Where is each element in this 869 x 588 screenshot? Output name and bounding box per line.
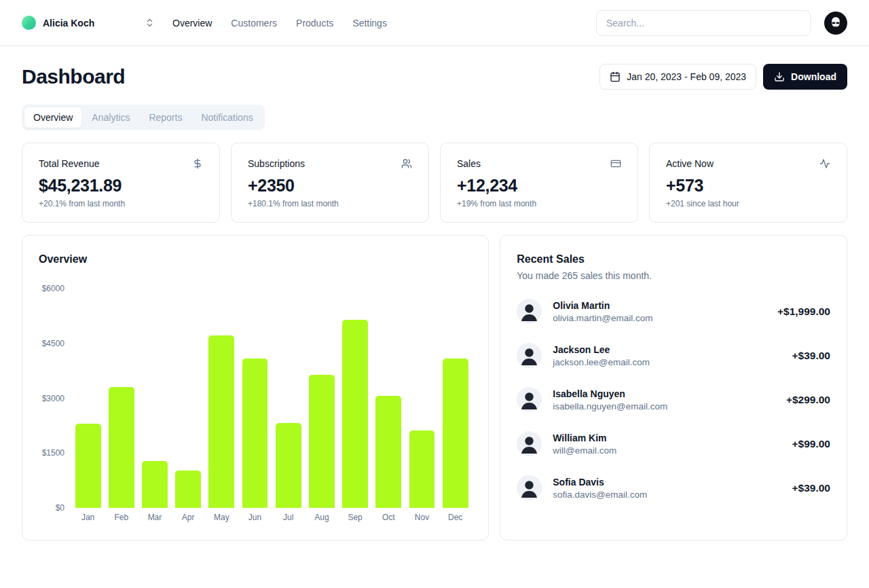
chart-bar — [409, 430, 435, 508]
nav-item-products[interactable]: Products — [296, 18, 333, 29]
main-nav: Overview Customers Products Settings — [172, 18, 387, 29]
customer-email: isabella.nguyen@email.com — [553, 401, 667, 411]
nav-item-customers[interactable]: Customers — [231, 18, 277, 29]
chart-plot: JanFebMarAprMayJunJulAugSepOctNovDec — [71, 289, 472, 522]
x-tick-label: Feb — [105, 513, 138, 522]
stat-value: +12,234 — [457, 176, 621, 196]
chart-bar-slot — [439, 289, 472, 508]
download-label: Download — [791, 71, 836, 82]
x-tick-label: Jun — [238, 513, 272, 522]
bar-chart: $0$1500$3000$4500$6000 JanFebMarAprMayJu… — [39, 289, 472, 522]
chart-bar-slot — [238, 289, 272, 508]
customer-email: olivia.martin@email.com — [553, 313, 652, 323]
chart-bar-slot — [305, 289, 338, 508]
recent-sales-title: Recent Sales — [517, 253, 830, 265]
stat-change: +201 since last hour — [666, 199, 830, 208]
recent-sales-subtitle: You made 265 sales this month. — [517, 270, 830, 281]
chart-bar — [142, 461, 168, 508]
nav-item-overview[interactable]: Overview — [172, 18, 212, 29]
sale-row: Jackson Lee jackson.lee@email.com +$39.0… — [517, 343, 830, 368]
stat-card-sales: Sales +12,234 +19% from last month — [440, 143, 638, 223]
x-tick-label: Oct — [372, 513, 405, 522]
tab-notifications[interactable]: Notifications — [192, 107, 261, 128]
stat-title: Subscriptions — [248, 158, 305, 169]
recent-sales-card: Recent Sales You made 265 sales this mon… — [500, 235, 847, 540]
customer-name: Olivia Martin — [553, 300, 652, 311]
stat-value: +573 — [666, 176, 830, 196]
stat-change: +20.1% from last month — [39, 199, 203, 208]
user-face-icon — [827, 14, 845, 32]
sale-row: Olivia Martin olivia.martin@email.com +$… — [517, 299, 830, 324]
sale-amount: +$1,999.00 — [777, 306, 830, 318]
customer-avatar — [517, 475, 542, 500]
stat-change: +180.1% from last month — [248, 199, 412, 208]
sale-row: Isabella Nguyen isabella.nguyen@email.co… — [517, 387, 830, 412]
team-switcher[interactable]: Alicia Koch — [22, 16, 155, 30]
x-tick-label: Apr — [172, 513, 205, 522]
x-tick-label: Jan — [71, 513, 105, 522]
chart-bar-slot — [105, 289, 138, 508]
y-tick-label: $3000 — [42, 394, 64, 403]
chart-bar — [276, 423, 301, 508]
x-tick-label: Aug — [305, 513, 338, 522]
page-title: Dashboard — [22, 65, 125, 88]
chart-bar-slot — [71, 289, 105, 508]
tab-reports[interactable]: Reports — [140, 107, 191, 128]
chart-y-axis: $0$1500$3000$4500$6000 — [39, 289, 71, 508]
chart-bar-slot — [272, 289, 305, 508]
user-avatar[interactable] — [824, 12, 847, 35]
chart-title: Overview — [39, 253, 472, 265]
stat-card-active-now: Active Now +573 +201 since last hour — [649, 143, 847, 223]
y-tick-label: $1500 — [42, 448, 64, 458]
person-icon — [517, 343, 542, 368]
tab-overview[interactable]: Overview — [24, 107, 81, 128]
search-input[interactable] — [596, 10, 811, 36]
dashboard-page: Dashboard Jan 20, 2023 - Feb 09, 2023 Do… — [0, 46, 869, 565]
customer-email: will@email.com — [553, 445, 616, 456]
sale-row: William Kim will@email.com +$99.00 — [517, 431, 830, 456]
stat-title: Active Now — [666, 158, 714, 169]
person-icon — [517, 299, 542, 324]
chart-bar-slot — [205, 289, 238, 508]
chart-bar-slot — [372, 289, 405, 508]
stat-card-total-revenue: Total Revenue $45,231.89 +20.1% from las… — [22, 143, 220, 223]
customer-name: Isabella Nguyen — [553, 388, 667, 399]
chart-bar-slot — [172, 289, 205, 508]
person-icon — [517, 475, 542, 500]
topbar-right — [596, 10, 847, 36]
stat-title: Sales — [457, 158, 481, 169]
y-tick-label: $4500 — [42, 339, 64, 348]
customer-name: Sofia Davis — [553, 477, 647, 488]
chart-bars — [71, 289, 472, 508]
nav-item-settings[interactable]: Settings — [352, 18, 387, 29]
x-tick-label: Dec — [439, 513, 472, 522]
chart-bar-slot — [138, 289, 171, 508]
sale-row: Sofia Davis sofia.davis@email.com +$39.0… — [517, 475, 830, 500]
sale-amount: +$39.00 — [792, 482, 830, 494]
customer-avatar — [517, 299, 542, 324]
date-range-label: Jan 20, 2023 - Feb 09, 2023 — [627, 71, 746, 82]
x-tick-label: Sep — [339, 513, 372, 522]
chart-bar — [342, 320, 368, 508]
stat-card-subscriptions: Subscriptions +2350 +180.1% from last mo… — [231, 143, 429, 223]
dashboard-tabs: Overview Analytics Reports Notifications — [22, 105, 265, 130]
stat-value: $45,231.89 — [39, 176, 203, 196]
customer-email: sofia.davis@email.com — [553, 490, 647, 500]
stat-value: +2350 — [248, 176, 412, 196]
stat-title: Total Revenue — [39, 158, 100, 169]
chart-bar-slot — [405, 289, 439, 508]
chart-bar — [242, 359, 268, 508]
overview-chart-card: Overview $0$1500$3000$4500$6000 JanFebMa… — [22, 235, 489, 540]
chart-bar — [175, 471, 201, 508]
calendar-icon — [610, 71, 621, 82]
page-header: Dashboard Jan 20, 2023 - Feb 09, 2023 Do… — [22, 64, 847, 90]
y-tick-label: $6000 — [42, 284, 64, 293]
dollar-icon — [192, 158, 203, 169]
download-button[interactable]: Download — [763, 64, 847, 90]
x-tick-label: May — [205, 513, 238, 522]
person-icon — [517, 431, 542, 456]
chart-bar — [375, 396, 401, 508]
team-avatar — [22, 16, 36, 30]
tab-analytics[interactable]: Analytics — [83, 107, 138, 128]
date-range-picker[interactable]: Jan 20, 2023 - Feb 09, 2023 — [599, 64, 756, 90]
